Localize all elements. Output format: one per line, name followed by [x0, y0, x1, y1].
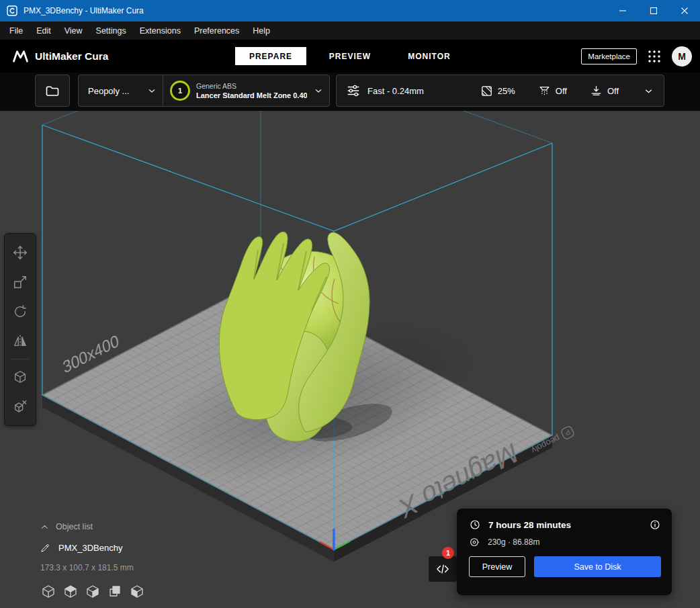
preview-button[interactable]: Preview	[469, 556, 525, 577]
extruder-1-badge: 1	[170, 81, 190, 101]
ultimaker-logo-icon	[12, 50, 29, 63]
profile-label: Fast - 0.24mm	[367, 86, 424, 96]
tab-prepare[interactable]: PREPARE	[235, 47, 306, 65]
tool-panel	[4, 233, 36, 426]
info-icon[interactable]	[649, 519, 661, 531]
viewport-3d[interactable]: 300x400 Magneto X P peopoly	[0, 111, 700, 608]
main-header: UltiMaker Cura PREPARE PREVIEW MONITOR M…	[0, 40, 700, 73]
cura-app-icon	[7, 5, 17, 16]
chevron-down-icon	[313, 85, 324, 96]
view-top-button[interactable]	[85, 583, 101, 599]
gcode-button[interactable]	[428, 556, 457, 582]
brand: UltiMaker Cura	[12, 50, 108, 63]
chevron-down-icon	[643, 85, 654, 97]
infill-group: 25%	[480, 85, 515, 97]
view-front-button[interactable]	[62, 583, 79, 599]
menu-settings[interactable]: Settings	[89, 21, 133, 40]
scale-icon	[13, 275, 28, 290]
chevron-up-icon	[40, 523, 49, 531]
material-name: Generic ABS	[196, 81, 307, 91]
support-icon	[538, 85, 551, 97]
per-model-settings-icon	[13, 370, 28, 384]
move-icon	[13, 245, 28, 260]
tab-monitor[interactable]: MONITOR	[394, 47, 465, 65]
grid-apps-icon	[646, 48, 662, 64]
spool-icon	[469, 537, 480, 548]
menu-help[interactable]: Help	[246, 21, 277, 40]
cura-window: PMX_3DBenchy - UltiMaker Cura File Edit …	[0, 0, 700, 608]
sliders-icon	[346, 83, 361, 98]
minimize-button[interactable]	[607, 0, 638, 21]
folder-icon	[44, 83, 60, 99]
config-bar: Peopoly ... 1 Generic ABS Lancer Standar…	[0, 73, 700, 111]
close-icon	[681, 7, 689, 15]
title-bar: PMX_3DBenchy - UltiMaker Cura	[0, 0, 700, 21]
support-blocker-icon	[13, 399, 28, 414]
stage-tabs: PREPARE PREVIEW MONITOR	[235, 47, 465, 65]
printer-name: Peopoly ...	[88, 86, 129, 96]
applications-grid-button[interactable]	[646, 48, 662, 64]
view-top-icon	[85, 584, 100, 599]
object-list-toggle[interactable]: Object list	[40, 522, 145, 531]
save-to-disk-button[interactable]: Save to Disk	[534, 556, 661, 577]
marketplace-button[interactable]: Marketplace	[581, 48, 637, 64]
machine-material-selector: Peopoly ... 1 Generic ABS Lancer Standar…	[78, 75, 330, 107]
rotate-icon	[13, 304, 28, 319]
chevron-down-icon	[146, 85, 157, 96]
maximize-button[interactable]	[638, 0, 669, 21]
account-avatar[interactable]: M	[672, 46, 692, 67]
view-front-icon	[63, 584, 78, 599]
mirror-tool-button[interactable]	[7, 327, 34, 356]
object-name: PMX_3DBenchy	[58, 543, 122, 553]
svg-text:P: P	[564, 428, 572, 437]
menu-bar: File Edit View Settings Extensions Prefe…	[0, 21, 700, 40]
rotate-tool-button[interactable]	[7, 297, 34, 327]
minimize-icon	[619, 7, 627, 15]
menu-preferences[interactable]: Preferences	[187, 21, 246, 40]
notification-badge: 1	[442, 547, 454, 559]
menu-extensions[interactable]: Extensions	[133, 21, 187, 40]
menu-file[interactable]: File	[3, 21, 30, 40]
material-selector[interactable]: 1 Generic ABS Lancer Standard Melt Zone …	[163, 75, 329, 106]
support-group: Off	[538, 85, 567, 97]
print-settings-button[interactable]: Fast - 0.24mm 25% Off	[336, 75, 664, 107]
view-right-button[interactable]	[129, 583, 145, 599]
close-button[interactable]	[669, 0, 700, 21]
support-blocker-button[interactable]	[7, 392, 34, 421]
adhesion-value: Off	[607, 86, 619, 96]
window-title: PMX_3DBenchy - UltiMaker Cura	[24, 6, 144, 15]
view-3d-icon	[41, 584, 56, 599]
scale-tool-button[interactable]	[7, 267, 34, 297]
object-list-panel: Object list PMX_3DBenchy 173.3 x 100.7 x…	[40, 522, 145, 599]
brand-name: UltiMaker Cura	[35, 50, 108, 62]
view-3d-button[interactable]	[40, 583, 56, 599]
printer-selector[interactable]: Peopoly ...	[79, 75, 163, 106]
adhesion-group: Off	[590, 85, 619, 97]
view-presets	[40, 583, 145, 599]
material-usage: 230g · 86.88m	[488, 537, 539, 547]
tab-preview[interactable]: PREVIEW	[314, 47, 386, 65]
move-tool-button[interactable]	[7, 238, 34, 267]
view-left-icon	[107, 584, 122, 599]
pencil-icon	[40, 543, 50, 553]
infill-icon	[480, 85, 493, 97]
maximize-icon	[650, 7, 658, 15]
object-dimensions: 173.3 x 100.7 x 181.5 mm	[40, 563, 145, 572]
menu-view[interactable]: View	[58, 21, 89, 40]
tool-divider	[11, 359, 30, 359]
open-file-button[interactable]	[35, 75, 70, 107]
action-panel: 7 hours 28 minutes 230g · 86.88m Preview…	[457, 509, 672, 595]
clock-icon	[469, 519, 481, 531]
print-time: 7 hours 28 minutes	[488, 520, 642, 530]
view-left-button[interactable]	[107, 583, 123, 599]
per-model-settings-button[interactable]	[7, 362, 34, 392]
code-icon	[435, 563, 450, 575]
object-list-label: Object list	[56, 522, 93, 531]
mirror-icon	[13, 334, 28, 349]
menu-edit[interactable]: Edit	[30, 21, 58, 40]
support-value: Off	[556, 86, 567, 96]
nozzle-name: Lancer Standard Melt Zone 0.40mm	[196, 91, 307, 100]
infill-value: 25%	[498, 86, 515, 96]
object-name-row[interactable]: PMX_3DBenchy	[40, 543, 145, 553]
view-right-icon	[130, 584, 144, 599]
